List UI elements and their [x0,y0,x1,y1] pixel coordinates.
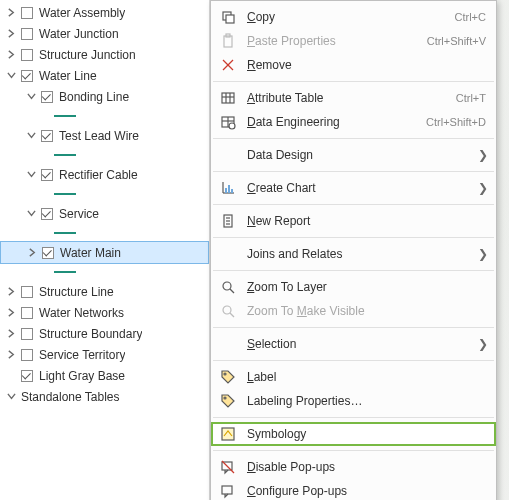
toc-layer-row[interactable]: Service Territory [0,344,209,365]
layer-label: Structure Line [39,285,114,299]
menu-item-labeling-properties[interactable]: Labeling Properties… [211,389,496,413]
visibility-checkbox[interactable] [21,328,33,340]
expander-icon[interactable] [26,130,37,141]
layer-label: Structure Junction [39,48,136,62]
menu-item-data-design[interactable]: Data Design❯ [211,143,496,167]
menu-item-create-chart[interactable]: Create Chart❯ [211,176,496,200]
menu-item-label[interactable]: Label [211,365,496,389]
expander-icon[interactable] [6,349,17,360]
menu-item-label: Labeling Properties… [247,394,486,408]
expander-icon[interactable] [6,391,17,402]
visibility-checkbox[interactable] [21,49,33,61]
menu-separator [213,138,494,139]
expander-icon[interactable] [27,247,38,258]
table-of-contents[interactable]: Water AssemblyWater JunctionStructure Ju… [0,0,210,500]
toc-layer-row[interactable]: Water Line [0,65,209,86]
expander-icon[interactable] [6,286,17,297]
visibility-checkbox[interactable] [21,370,33,382]
menu-separator [213,327,494,328]
toc-layer-row[interactable]: Water Junction [0,23,209,44]
dataeng-icon [219,113,237,131]
visibility-checkbox[interactable] [21,7,33,19]
menu-separator [213,450,494,451]
none-icon [219,245,237,263]
visibility-checkbox[interactable] [21,286,33,298]
expander-icon[interactable] [26,169,37,180]
menu-item-configure-pop-ups[interactable]: Configure Pop-ups [211,479,496,500]
expander-icon[interactable] [26,91,37,102]
toc-layer-row[interactable]: Water Main [0,241,209,264]
svg-line-24 [230,289,234,293]
svg-rect-32 [222,486,232,494]
visibility-checkbox[interactable] [21,70,33,82]
menu-item-zoom-to-layer[interactable]: Zoom To Layer [211,275,496,299]
menu-item-new-report[interactable]: New Report [211,209,496,233]
chevron-right-icon: ❯ [478,337,486,351]
menu-item-label: Label [247,370,486,384]
svg-point-25 [223,306,231,314]
toc-layer-row[interactable]: Structure Boundary [0,323,209,344]
expander-icon[interactable] [6,49,17,60]
layer-symbol-swatch[interactable] [0,224,209,242]
popupoff-icon [219,458,237,476]
layer-label: Bonding Line [59,90,129,104]
visibility-checkbox[interactable] [21,307,33,319]
menu-item-label: Joins and Relates [247,247,470,261]
menu-item-remove[interactable]: Remove [211,53,496,77]
svg-rect-1 [226,15,234,23]
visibility-checkbox[interactable] [41,169,53,181]
layer-context-menu[interactable]: CopyCtrl+CPaste PropertiesCtrl+Shift+VRe… [210,0,497,500]
layer-label: Water Main [60,246,121,260]
menu-item-copy[interactable]: CopyCtrl+C [211,5,496,29]
visibility-checkbox[interactable] [42,247,54,259]
menu-item-attribute-table[interactable]: Attribute TableCtrl+T [211,86,496,110]
svg-line-26 [230,313,234,317]
visibility-checkbox[interactable] [41,91,53,103]
layer-label: Water Assembly [39,6,125,20]
expander-icon[interactable] [6,328,17,339]
menu-separator [213,204,494,205]
layer-label: Service Territory [39,348,125,362]
layer-symbol-swatch[interactable] [0,146,209,164]
layer-symbol-swatch[interactable] [0,263,209,281]
toc-layer-row[interactable]: Test Lead Wire [0,125,209,146]
none-icon [219,146,237,164]
expander-icon[interactable] [6,307,17,318]
layer-symbol-swatch[interactable] [0,185,209,203]
toc-layer-row[interactable]: Bonding Line [0,86,209,107]
expander-icon[interactable] [26,208,37,219]
toc-layer-row[interactable]: Structure Junction [0,44,209,65]
menu-item-data-engineering[interactable]: Data EngineeringCtrl+Shift+D [211,110,496,134]
remove-icon [219,56,237,74]
menu-item-selection[interactable]: Selection❯ [211,332,496,356]
svg-rect-29 [222,428,234,440]
svg-point-13 [229,123,235,129]
menu-item-label: Copy [247,10,447,24]
menu-item-label: Data Engineering [247,115,418,129]
visibility-checkbox[interactable] [21,349,33,361]
expander-icon[interactable] [6,7,17,18]
visibility-checkbox[interactable] [21,28,33,40]
toc-layer-row[interactable]: Rectifier Cable [0,164,209,185]
menu-item-shortcut: Ctrl+Shift+V [427,35,486,47]
expander-icon[interactable] [6,28,17,39]
labelprop-icon [219,392,237,410]
layer-symbol-swatch[interactable] [0,107,209,125]
visibility-checkbox[interactable] [41,208,53,220]
toc-layer-row[interactable]: Light Gray Base [0,365,209,386]
table-icon [219,89,237,107]
menu-item-joins-and-relates[interactable]: Joins and Relates❯ [211,242,496,266]
menu-item-symbology[interactable]: Symbology [211,422,496,446]
expander-icon[interactable] [6,70,17,81]
toc-group-heading[interactable]: Standalone Tables [0,386,209,407]
visibility-checkbox[interactable] [41,130,53,142]
toc-layer-row[interactable]: Water Networks [0,302,209,323]
menu-item-disable-pop-ups[interactable]: Disable Pop-ups [211,455,496,479]
layer-label: Light Gray Base [39,369,125,383]
toc-layer-row[interactable]: Service [0,203,209,224]
menu-item-label: New Report [247,214,486,228]
toc-layer-row[interactable]: Structure Line [0,281,209,302]
toc-layer-row[interactable]: Water Assembly [0,2,209,23]
svg-rect-17 [228,185,230,193]
svg-rect-16 [225,188,227,193]
